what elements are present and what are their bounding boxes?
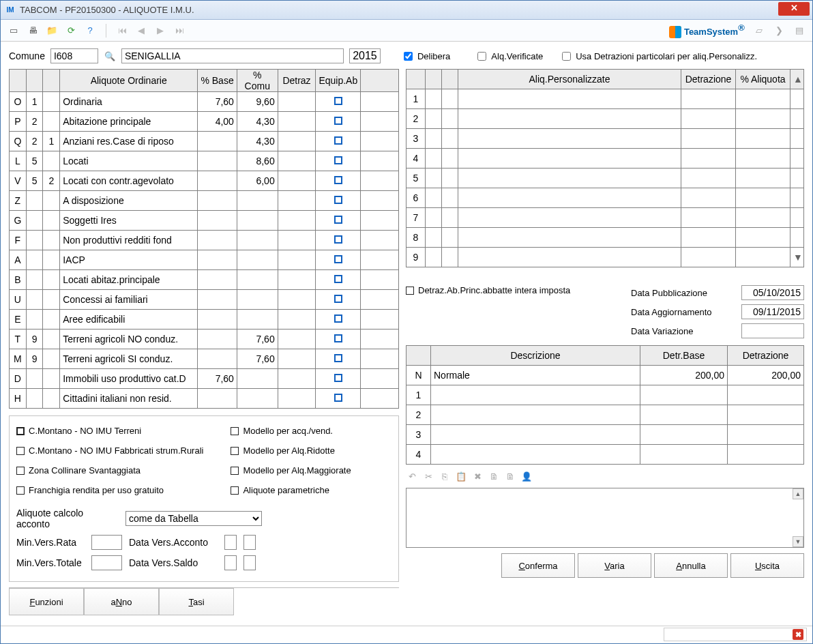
dv-saldo-d[interactable] [224,555,237,570]
tool-icon-1[interactable]: ▭ [6,23,21,38]
lookup-icon[interactable]: 🔍 [104,50,116,62]
checkbox-icon[interactable] [334,176,342,184]
folder-icon[interactable]: 📁 [44,23,59,38]
table-row[interactable]: U Concessi ai familiari [10,290,399,310]
help-icon[interactable]: ? [83,23,98,38]
option-check[interactable]: Aliquote parametriche [231,485,351,495]
prev-icon[interactable]: ◀ [134,23,149,38]
table-row[interactable]: 2 [406,109,804,129]
table-row[interactable]: A IACP [10,250,399,270]
table-row[interactable]: 7 [406,208,804,228]
uscita-button[interactable]: Uscita [730,553,804,578]
last-icon[interactable]: ⏭ [172,23,187,38]
comune-code-input[interactable] [50,48,98,63]
aliquote-ordinarie-grid[interactable]: Aliquote Ordinarie% Base% Comu DetrazEqu… [9,69,399,409]
table-row[interactable]: Z A disposizione [10,191,399,211]
checkbox-icon[interactable] [334,97,342,105]
nt-user-icon[interactable]: 👤 [520,470,533,482]
option-check[interactable]: Zona Collinare Svantaggiata [16,465,203,475]
scroll-down-icon[interactable]: ▼ [793,536,803,547]
scroll-up-icon[interactable]: ▲ [790,70,804,89]
nt-undo-icon[interactable]: ↶ [406,470,418,482]
table-row[interactable]: M9 Terreni agricoli SI conduz.7,60 [10,349,399,369]
table-row[interactable]: 2 [406,405,804,425]
delibera-check[interactable]: Delibera [401,50,450,63]
checkbox-icon[interactable] [334,216,342,224]
detrazioni-grid[interactable]: Descrizione Detr.BaseDetrazione NNormale… [406,345,804,465]
rbtn-3[interactable]: ▤ [792,23,807,38]
nt-del-icon[interactable]: ✖ [471,470,484,482]
checkbox-icon[interactable] [334,136,342,145]
checkbox-icon[interactable] [334,275,342,283]
next-icon[interactable]: ▶ [153,23,168,38]
checkbox-icon[interactable] [334,235,342,244]
table-row[interactable]: T9 Terreni agricoli NO conduz.7,60 [10,330,399,349]
varia-button[interactable]: Varia [578,553,651,578]
nt-cut-icon[interactable]: ✂ [422,470,434,482]
dv-saldo-m[interactable] [243,555,256,570]
table-row[interactable]: H Cittadini italiani non resid. [10,389,399,409]
dv-acconto-d[interactable] [224,535,237,550]
option-check[interactable]: Modello per Alq.Ridotte [231,445,351,456]
close-button[interactable]: ✕ [778,2,810,16]
year-input[interactable] [349,48,381,63]
table-row[interactable]: E Aree edificabili [10,310,399,330]
abbatte-check[interactable]: Detraz.Ab.Princ.abbatte intera imposta [406,285,610,295]
table-row[interactable]: NNormale200,00200,00 [406,366,804,385]
notes-area[interactable]: ▲ ▼ [406,488,804,548]
funzioni-button[interactable]: Funzioni [9,588,84,615]
anno-button[interactable]: aNno [84,588,159,615]
checkbox-icon[interactable] [334,354,342,362]
nt-doc2-icon[interactable]: 🗎 [504,470,516,482]
checkbox-icon[interactable] [334,374,342,382]
table-row[interactable]: B Locati abitaz.principale [10,270,399,290]
print-icon[interactable]: 🖶 [25,23,40,38]
table-row[interactable]: G Soggetti Ires [10,211,399,231]
usa-detraz-check[interactable]: Usa Detrazioni particolari per aliq.Pers… [559,50,757,63]
data-agg-input[interactable] [741,304,804,319]
nt-copy-icon[interactable]: ⎘ [439,470,451,482]
table-row[interactable]: 5 [406,169,804,188]
nt-doc-icon[interactable]: 🗎 [488,470,500,482]
table-row[interactable]: Q21 Anziani res.Case di riposo4,30 [10,132,399,151]
first-icon[interactable]: ⏮ [115,23,130,38]
table-row[interactable]: O1 Ordinaria7,609,60 [10,92,399,112]
minvers-rata-input[interactable] [91,535,122,550]
table-row[interactable]: 3 [406,425,804,445]
aliq-personalizzate-grid[interactable]: Aliq.PersonalizzateDetrazione% Aliquota … [406,69,804,267]
table-row[interactable]: L5 Locati8,60 [10,151,399,171]
tasi-button[interactable]: Tasi [159,588,234,615]
option-check[interactable]: C.Montano - NO IMU Fabbricati strum.Rura… [16,445,203,456]
checkbox-icon[interactable] [334,334,342,342]
table-row[interactable]: 4 [406,149,804,169]
scroll-up-icon[interactable]: ▲ [793,488,803,499]
table-row[interactable]: D Immobili uso produttivo cat.D7,60 [10,369,399,389]
dv-acconto-m[interactable] [243,535,256,550]
option-check[interactable]: Modello per acq./vend. [231,426,351,436]
rbtn-2[interactable]: ❯ [771,23,786,38]
option-check[interactable]: C.Montano - NO IMU Terreni [16,426,203,436]
minvers-totale-input[interactable] [91,555,122,570]
nt-paste-icon[interactable]: 📋 [455,470,467,482]
alq-verificate-check[interactable]: Alq.Verificate [475,50,543,63]
table-row[interactable]: P2 Abitazione principale4,004,30 [10,112,399,132]
checkbox-icon[interactable] [334,394,342,402]
acconto-select[interactable]: come da Tabella [125,511,262,526]
refresh-icon[interactable]: ⟳ [63,23,78,38]
comune-name-input[interactable] [121,48,344,63]
rbtn-1[interactable]: ▱ [752,23,767,38]
table-row[interactable]: 1 [406,89,804,109]
option-check[interactable]: Modello per Alq.Maggiorate [231,465,351,475]
table-row[interactable]: F Non produttivi redditi fond [10,231,399,250]
checkbox-icon[interactable] [334,295,342,303]
option-check[interactable]: Franchigia rendita per uso gratuito [16,485,203,495]
checkbox-icon[interactable] [334,314,342,323]
checkbox-icon[interactable] [334,196,342,204]
table-row[interactable]: 8 [406,228,804,248]
checkbox-icon[interactable] [334,117,342,125]
table-row[interactable]: 1 [406,385,804,405]
table-row[interactable]: V52 Locati con contr.agevolato6,00 [10,171,399,191]
table-row[interactable]: 4 [406,445,804,465]
table-row[interactable]: 3 [406,129,804,149]
table-row[interactable]: 9▼ [406,248,804,267]
